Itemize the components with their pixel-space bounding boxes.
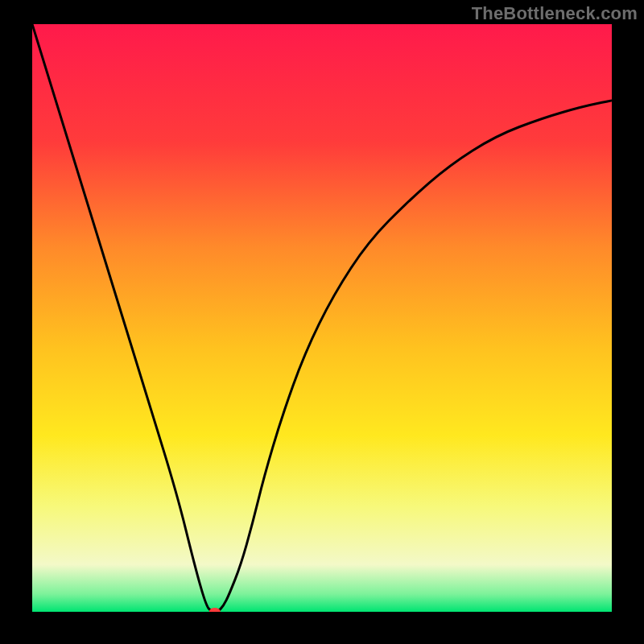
chart-frame: TheBottleneck.com <box>0 0 644 644</box>
bottleneck-chart <box>32 24 612 612</box>
attribution-label: TheBottleneck.com <box>472 3 638 24</box>
